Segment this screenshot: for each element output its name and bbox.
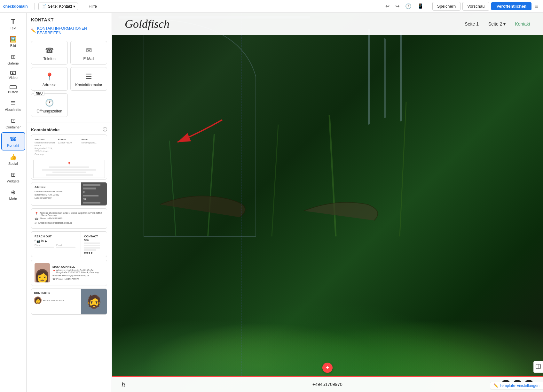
- pin-icon-mini: 📍: [67, 162, 71, 165]
- undo-button[interactable]: ↩: [383, 2, 391, 11]
- maya-addr-row: 📍 Address: checkdomain GmbH, Große Burgs…: [52, 269, 104, 273]
- sidebar-label-bild: Bild: [10, 44, 16, 48]
- contacts-left: CONTACTS 👩 PATRICIA WILLIAMS: [31, 289, 81, 314]
- block-right-mini: 📍: [33, 160, 105, 178]
- fb-icon: f: [35, 239, 35, 243]
- cu-dots: [84, 252, 104, 254]
- nav-link-seite1[interactable]: Seite 1: [465, 21, 479, 27]
- block2-addr-line3: Lübeck Germany: [35, 197, 78, 199]
- widgets-icon: ⊞: [11, 171, 16, 178]
- sidebar-item-video[interactable]: ▶ Video: [1, 68, 25, 82]
- sidebar-item-mehr[interactable]: ⊕ Mehr: [1, 186, 25, 203]
- mini-line1: [49, 166, 89, 168]
- main-layout: T Text 🖼️ Bild ⊞ Galerie ▶ Video Button …: [0, 13, 543, 392]
- save-button[interactable]: Speichern: [432, 2, 461, 11]
- sidebar-label-abschnitte: Abschnitte: [5, 108, 21, 111]
- block-preview-contacts[interactable]: CONTACTS 👩 PATRICIA WILLIAMS: [31, 288, 107, 315]
- contact-right-img: 🧔: [86, 294, 102, 309]
- nav-link-kontakt[interactable]: Kontakt: [515, 21, 530, 27]
- element-telefon[interactable]: ☎ Telefon: [31, 41, 68, 65]
- element-email-label: E-Mail: [83, 57, 94, 61]
- middle-panel: KONTAKT ✏️ KONTAKTINFORMATIONEN BEARBEIT…: [27, 13, 112, 392]
- yt-icon: ▶: [45, 239, 47, 243]
- addr-line5: Germany: [35, 153, 57, 155]
- addr-pin-icon: 📍: [35, 212, 38, 215]
- container-icon: ⊡: [11, 117, 16, 124]
- blocks-title: Kontaktblöcke: [31, 127, 60, 132]
- canvas-area: Goldfisch Seite 1 Seite 2 ▾ Kontakt + h …: [112, 13, 543, 392]
- panel-title: KONTAKT: [27, 13, 112, 25]
- block2-right-icon2: ☎: [83, 198, 105, 201]
- guide-line-right: [414, 13, 414, 392]
- svg-rect-6: [368, 29, 370, 125]
- redo-button[interactable]: ↪: [393, 2, 401, 11]
- sidebar-item-kontakt[interactable]: ☎ Kontakt: [1, 132, 25, 150]
- addr-line2: Große: [35, 144, 57, 147]
- divider2: [82, 3, 82, 10]
- nav-seite2-label: Seite 2: [488, 21, 502, 27]
- cu-line4: [84, 249, 96, 251]
- mobile-view-button[interactable]: 📱: [415, 2, 426, 11]
- page-selector[interactable]: 📄 Seite: Kontakt ▾: [38, 3, 78, 10]
- phone-line: 12345678910: [58, 142, 80, 144]
- edit-contact-link[interactable]: ✏️ KONTAKTINFORMATIONEN BEARBEITEN: [27, 25, 112, 38]
- avatar-img-1: 👩: [34, 296, 42, 304]
- sidebar-item-widgets[interactable]: ⊞ Widgets: [1, 169, 25, 186]
- element-email[interactable]: ✉ E-Mail: [70, 41, 107, 65]
- cu-line1: [84, 242, 100, 244]
- sidebar-item-galerie[interactable]: ⊞ Galerie: [1, 51, 25, 68]
- template-settings-icon: ✏️: [493, 383, 498, 388]
- sections-icon: ☰: [11, 100, 16, 107]
- history-button[interactable]: 🕐: [403, 2, 413, 11]
- addr-line3: Burgstraße 27/29,: [35, 147, 57, 150]
- template-settings-button[interactable]: ✏️ Template-Einstellungen: [490, 382, 543, 389]
- maya-email-text: Email: kontakt@goldfisch-shop.de: [55, 274, 89, 277]
- sidebar-item-social[interactable]: 👍 Social: [1, 151, 25, 168]
- button-icon: [10, 85, 17, 89]
- sidebar-item-bild[interactable]: 🖼️ Bild: [1, 33, 25, 50]
- info-icon[interactable]: ⓘ: [103, 127, 107, 133]
- website-preview: Goldfisch Seite 1 Seite 2 ▾ Kontakt + h …: [112, 13, 543, 392]
- neu-badge: NEU: [34, 91, 44, 96]
- sidebar-item-button[interactable]: Button: [1, 83, 25, 96]
- block-col-email: Email kontakt@gold...: [82, 138, 104, 155]
- block-preview-3[interactable]: 📍 Address: checkdomain GmbH, Große Burgs…: [31, 208, 107, 229]
- sidebar-item-text[interactable]: T Text: [1, 15, 25, 33]
- social-icon: 👍: [10, 154, 17, 161]
- maya-phone-row: ☎ Phone: +49451709970: [52, 278, 104, 281]
- add-section-button[interactable]: +: [322, 363, 333, 373]
- element-adresse[interactable]: 📍 Adresse: [31, 67, 68, 91]
- publish-button[interactable]: Veröffentlichen: [491, 2, 531, 10]
- menu-button[interactable]: ≡: [533, 1, 540, 11]
- block-preview-2[interactable]: Address: checkdomain GmbH, Große Burgstr…: [31, 182, 107, 206]
- block2-right-line3: [83, 195, 98, 196]
- element-oeffnungszeiten[interactable]: NEU 🕐 Öffnungszeiten: [31, 93, 68, 117]
- right-panel-button[interactable]: [533, 361, 543, 373]
- element-telefon-label: Telefon: [43, 57, 56, 61]
- block-preview-maya[interactable]: 👩 MAYA CORNELL 📍 Address: checkdomain Gm…: [31, 260, 107, 286]
- element-oeffnungszeiten-label: Öffnungszeiten: [36, 109, 62, 113]
- text-icon: T: [11, 18, 15, 25]
- block3-phone-text: Phone: +49451709970: [40, 217, 62, 219]
- sidebar-item-abschnitte[interactable]: ☰ Abschnitte: [1, 97, 25, 114]
- contact-right-avatar: 🧔: [81, 289, 107, 314]
- phone-icon-small: ☎: [35, 217, 38, 221]
- block2-left: Address: checkdomain GmbH, Große Burgstr…: [31, 182, 81, 205]
- preview-button[interactable]: Vorschau: [462, 2, 489, 11]
- maya-name: MAYA CORNELL: [52, 265, 104, 268]
- block-preview-1[interactable]: Address checkdomain GmbH, Große Burgstra…: [31, 135, 107, 180]
- block3-addr-text: Address: checkdomain GmbH, Große Burgstr…: [40, 212, 104, 216]
- phone-element-icon: ☎: [45, 46, 54, 55]
- block-preview-4[interactable]: REACH OUT f 📷 in ▶ Phone: [31, 231, 107, 257]
- ig-icon: 📷: [36, 239, 40, 243]
- divider: [34, 3, 35, 10]
- svg-rect-8: [400, 32, 402, 121]
- maya-email-row: ✉ Email: kontakt@goldfisch-shop.de: [52, 274, 104, 277]
- block2-addr-line2: Burgstraße 27/29, 23552: [35, 194, 78, 196]
- ro-phone-label: Phone: [35, 244, 54, 246]
- sidebar-item-container[interactable]: ⊡ Container: [1, 115, 25, 132]
- element-kontaktformular[interactable]: ☰ Kontaktformular: [70, 67, 107, 91]
- nav-link-seite2[interactable]: Seite 2 ▾: [488, 21, 506, 27]
- block-col-address: Address checkdomain GmbH, Große Burgstra…: [35, 138, 57, 155]
- hilfe-link[interactable]: Hilfe: [89, 4, 97, 9]
